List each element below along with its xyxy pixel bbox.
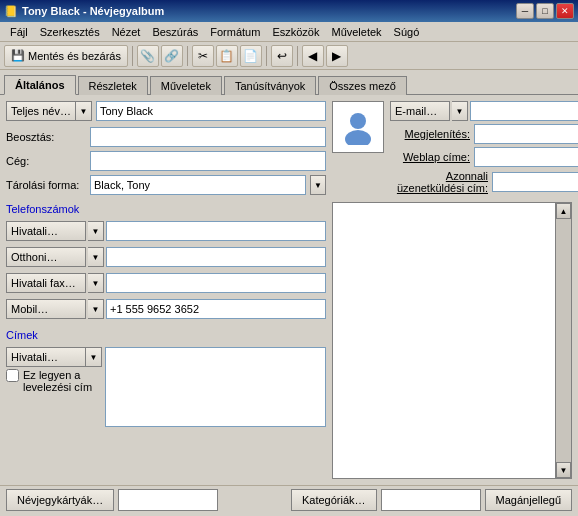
display-input[interactable] [474,124,578,144]
app-icon: 📒 [4,5,18,18]
web-input[interactable] [474,147,578,167]
categories-input[interactable] [381,489,481,511]
mailing-checkbox[interactable] [6,369,19,382]
left-panel: Teljes név… ▼ Beosztás: Cég: Tárolási fo… [6,101,326,479]
tab-actions[interactable]: Műveletek [150,76,222,95]
menu-bar: Fájl Szerkesztés Nézet Beszúrás Formátum… [0,22,578,42]
menu-insert[interactable]: Beszúrás [146,24,204,40]
paste-button[interactable]: 📄 [240,45,262,67]
phone-type-arrow-0[interactable]: ▼ [88,221,104,241]
next-button[interactable]: ▶ [326,45,348,67]
phone-type-arrow-1[interactable]: ▼ [88,247,104,267]
bottom-bar: Névjegykártyák… Kategóriák… Magánjellegű [0,485,578,513]
phone-type-btn-1[interactable]: Otthoni… [6,247,86,267]
fullname-dropdown-btn[interactable]: Teljes név… [6,101,76,121]
email-type-arrow[interactable]: ▼ [452,101,468,121]
photo-box[interactable] [332,101,384,153]
email-type-btn[interactable]: E-mail… [390,101,450,121]
phone-type-btn-3[interactable]: Mobil… [6,299,86,319]
email-input[interactable] [470,101,578,121]
phone-type-btn-2[interactable]: Hivatali fax… [6,273,86,293]
fullname-input[interactable] [96,101,326,121]
phone-input-1[interactable] [106,247,326,267]
fullname-dropdown-arrow[interactable]: ▼ [76,101,92,121]
menu-edit[interactable]: Szerkesztés [34,24,106,40]
private-button[interactable]: Magánjellegű [485,489,572,511]
link-button[interactable]: 🔗 [161,45,183,67]
attach-button[interactable]: 📎 [137,45,159,67]
cut-button[interactable]: ✂ [192,45,214,67]
addr-type-arrow[interactable]: ▼ [86,347,102,367]
company-label: Cég: [6,155,86,167]
mailing-checkbox-row: Ez legyen a levelezési cím [6,369,103,393]
contact-card-input[interactable] [118,489,218,511]
im-label: Azonnali üzenetküldési cím: [390,170,488,194]
phone-input-0[interactable] [106,221,326,241]
jobtitle-row: Beosztás: [6,127,326,147]
display-label: Megjelenítés: [390,128,470,140]
scroll-track[interactable] [556,219,571,462]
im-input[interactable] [492,172,578,192]
storage-row: Tárolási forma: ▼ [6,175,326,195]
address-textarea[interactable] [105,347,326,427]
close-button[interactable]: ✕ [556,3,574,19]
jobtitle-input[interactable] [90,127,326,147]
phone-row-2: Hivatali fax… ▼ [6,273,326,293]
jobtitle-label: Beosztás: [6,131,86,143]
window-title: Tony Black - Névjegyalbum [22,5,164,17]
address-row: Hivatali… ▼ Ez legyen a levelezési cím [6,347,326,427]
title-bar: 📒 Tony Black - Névjegyalbum ─ □ ✕ [0,0,578,22]
company-row: Cég: [6,151,326,171]
phone-input-3[interactable] [106,299,326,319]
save-close-button[interactable]: 💾 Mentés és bezárás [4,45,128,67]
menu-help[interactable]: Súgó [388,24,426,40]
scroll-up-btn[interactable]: ▲ [556,203,571,219]
contact-card-button[interactable]: Névjegykártyák… [6,489,114,511]
menu-tools[interactable]: Eszközök [266,24,325,40]
name-row: Teljes név… ▼ [6,101,326,121]
phone-type-arrow-3[interactable]: ▼ [88,299,104,319]
top-right: E-mail… ▼ 📖 Megjelenítés: Weblap címe: A… [332,101,572,194]
tab-details[interactable]: Részletek [78,76,148,95]
storage-arrow[interactable]: ▼ [310,175,326,195]
notes-area: ▲ ▼ [332,202,572,479]
svg-point-1 [345,130,371,145]
email-row: E-mail… ▼ 📖 [390,101,578,121]
maximize-button[interactable]: □ [536,3,554,19]
scroll-down-btn[interactable]: ▼ [556,462,571,478]
address-left: Hivatali… ▼ Ez legyen a levelezési cím [6,347,103,393]
phone-type-btn-0[interactable]: Hivatali… [6,221,86,241]
im-row: Azonnali üzenetküldési cím: [390,170,578,194]
tab-all-fields[interactable]: Összes mező [318,76,407,95]
copy-button[interactable]: 📋 [216,45,238,67]
minimize-button[interactable]: ─ [516,3,534,19]
tab-general[interactable]: Általános [4,75,76,95]
main-content: Teljes név… ▼ Beosztás: Cég: Tárolási fo… [0,95,578,485]
addr-type-btn[interactable]: Hivatali… [6,347,86,367]
phone-type-arrow-2[interactable]: ▼ [88,273,104,293]
categories-button[interactable]: Kategóriák… [291,489,377,511]
toolbar-separator2 [187,46,188,66]
web-label: Weblap címe: [390,151,470,163]
menu-view[interactable]: Nézet [106,24,147,40]
storage-input[interactable] [90,175,306,195]
menu-format[interactable]: Formátum [204,24,266,40]
company-input[interactable] [90,151,326,171]
undo-button[interactable]: ↩ [271,45,293,67]
toolbar-separator3 [266,46,267,66]
notes-scrollbar: ▲ ▼ [555,203,571,478]
phone-input-2[interactable] [106,273,326,293]
toolbar: 💾 Mentés és bezárás 📎 🔗 ✂ 📋 📄 ↩ ◀ ▶ [0,42,578,70]
save-icon: 💾 [11,49,25,62]
tab-bar: Általános Részletek Műveletek Tanúsítván… [0,70,578,95]
contact-photo [340,109,376,145]
storage-label: Tárolási forma: [6,179,86,191]
display-row: Megjelenítés: [390,124,578,144]
email-panel: E-mail… ▼ 📖 Megjelenítés: Weblap címe: A… [390,101,578,194]
phones-section-label: Telefonszámok [6,203,326,215]
prev-button[interactable]: ◀ [302,45,324,67]
menu-file[interactable]: Fájl [4,24,34,40]
tab-certificates[interactable]: Tanúsítványok [224,76,316,95]
address-section-label: Címek [6,329,326,341]
menu-actions[interactable]: Műveletek [325,24,387,40]
